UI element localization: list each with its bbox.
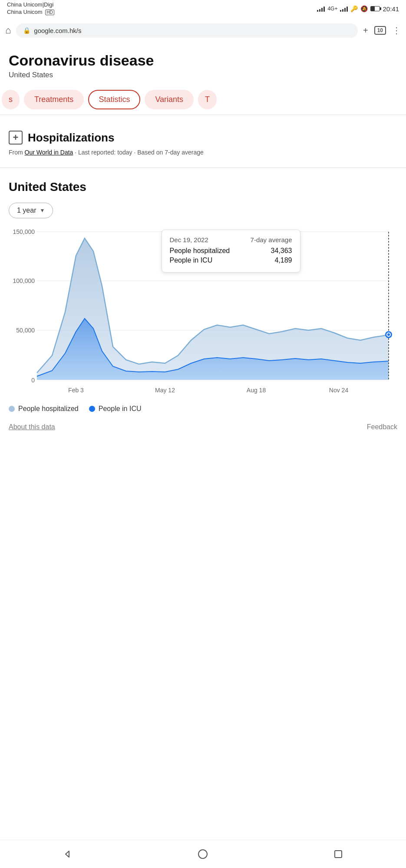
chart-svg-wrapper: Dec 19, 2022 7-day average People hospit… <box>9 225 397 399</box>
signal-icon-2 <box>340 6 348 12</box>
tab-partial-right[interactable]: T <box>198 90 217 109</box>
source-link[interactable]: Our World in Data <box>25 149 73 156</box>
legend-hospitalized: People hospitalized <box>9 405 79 413</box>
footer-links: About this data Feedback <box>0 419 406 444</box>
feedback-label[interactable]: Feedback <box>367 423 397 431</box>
tooltip-header: Dec 19, 2022 7-day average <box>170 236 292 243</box>
section-header: + Hospitalizations <box>9 131 397 145</box>
tooltip-date: Dec 19, 2022 <box>170 236 208 243</box>
signal-icon <box>317 6 325 12</box>
url-text: google.com.hk/s <box>34 27 81 34</box>
section-divider <box>0 115 406 115</box>
time-display: 20:41 <box>383 5 399 13</box>
signal-type: 4G+ <box>327 6 337 12</box>
hospitalizations-icon: + <box>9 131 23 145</box>
page-content: Coronavirus disease United States s Trea… <box>0 43 406 444</box>
legend-dot-hospitalized <box>9 406 15 412</box>
about-data-link[interactable]: About this data <box>9 423 55 431</box>
tab-statistics[interactable]: Statistics <box>88 90 140 109</box>
svg-text:0: 0 <box>31 377 35 384</box>
tooltip-value-1: 34,363 <box>271 247 292 255</box>
chevron-down-icon: ▼ <box>40 207 45 214</box>
last-reported: Last reported: today · Based on 7-day av… <box>78 149 204 156</box>
nav-back-button[interactable] <box>59 845 76 863</box>
page-subtitle: United States <box>0 71 406 86</box>
new-tab-icon[interactable]: + <box>363 26 368 36</box>
status-bar: China Unicom|Digi China Unicom HD 4G+ 🔑 … <box>0 0 406 17</box>
tabs-container: s Treatments Statistics Variants T <box>0 86 406 115</box>
time-selector-label: 1 year <box>17 207 36 214</box>
home-icon[interactable]: ⌂ <box>5 25 11 36</box>
browser-chrome: ⌂ 🔒 google.com.hk/s + 10 ⋮ <box>0 17 406 43</box>
section-title: Hospitalizations <box>28 131 114 145</box>
nav-recents-button[interactable] <box>330 845 347 863</box>
section-divider-2 <box>0 168 406 168</box>
lock-icon: 🔒 <box>23 27 30 34</box>
hospitalizations-section: + Hospitalizations From Our World in Dat… <box>0 124 406 168</box>
svg-text:50,000: 50,000 <box>16 327 35 334</box>
svg-text:Aug 18: Aug 18 <box>247 387 266 394</box>
hd-badge: HD <box>45 10 54 15</box>
legend-dot-icu <box>89 406 95 412</box>
svg-text:150,000: 150,000 <box>13 228 35 235</box>
nav-home-button[interactable] <box>194 845 211 863</box>
legend-label-hospitalized: People hospitalized <box>18 405 79 413</box>
svg-point-11 <box>387 333 390 336</box>
carrier-info: China Unicom|Digi China Unicom HD <box>7 1 54 16</box>
tooltip-row-2: People in ICU 4,189 <box>170 256 292 264</box>
chart-legend: People hospitalized People in ICU <box>0 399 406 419</box>
svg-text:May 12: May 12 <box>155 387 175 394</box>
svg-text:Nov 24: Nov 24 <box>329 387 349 394</box>
chart-container: Dec 19, 2022 7-day average People hospit… <box>0 225 406 399</box>
svg-marker-16 <box>66 851 69 857</box>
section-meta: From Our World in Data · Last reported: … <box>9 148 397 157</box>
page-title: Coronavirus disease <box>0 43 406 71</box>
region-title: United States <box>0 177 406 203</box>
tooltip-avg: 7-day average <box>251 236 292 243</box>
browser-actions: + 10 ⋮ <box>363 25 401 36</box>
chart-tooltip: Dec 19, 2022 7-day average People hospit… <box>162 230 300 273</box>
tabs-count-badge[interactable]: 10 <box>374 26 386 35</box>
tab-treatments[interactable]: Treatments <box>24 90 84 109</box>
tooltip-row-1: People hospitalized 34,363 <box>170 247 292 255</box>
tab-partial-left[interactable]: s <box>2 90 20 109</box>
battery-icon <box>370 6 380 11</box>
legend-icu: People in ICU <box>89 405 142 413</box>
legend-label-icu: People in ICU <box>99 405 142 413</box>
tooltip-label-1: People hospitalized <box>170 247 230 255</box>
tooltip-value-2: 4,189 <box>274 256 292 264</box>
android-nav-bar <box>0 840 406 868</box>
svg-text:Feb 3: Feb 3 <box>68 387 84 394</box>
time-selector[interactable]: 1 year ▼ <box>9 203 53 218</box>
status-right: 4G+ 🔑 🔕 20:41 <box>317 5 399 13</box>
mute-icon: 🔕 <box>360 5 368 12</box>
key-icon: 🔑 <box>350 5 358 12</box>
browser-menu-icon[interactable]: ⋮ <box>392 25 401 36</box>
svg-text:100,000: 100,000 <box>13 277 35 284</box>
tooltip-label-2: People in ICU <box>170 256 213 264</box>
tab-variants[interactable]: Variants <box>145 90 194 109</box>
address-bar[interactable]: 🔒 google.com.hk/s <box>16 23 358 38</box>
